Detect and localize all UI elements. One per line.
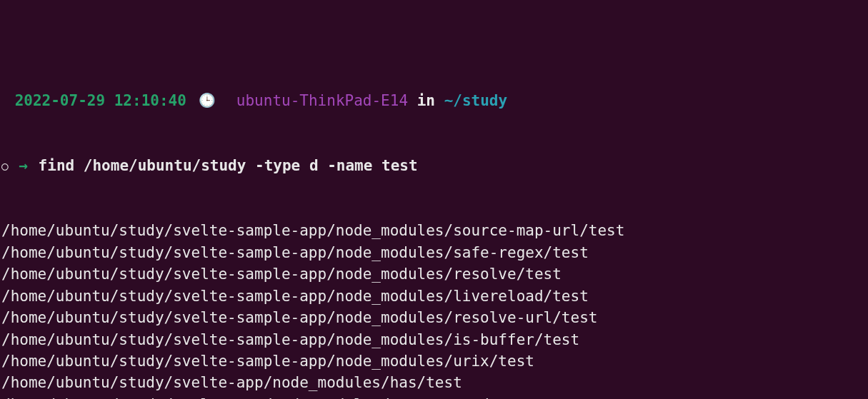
in-word: in	[417, 90, 435, 111]
output-line: /home/ubuntu/study/svelte-app/node_modul…	[0, 372, 868, 393]
output-line: /home/ubuntu/study/svelte-sample-app/nod…	[0, 329, 868, 350]
command-line[interactable]: ○ → find /home/ubuntu/study -type d -nam…	[0, 155, 868, 176]
output-line: /home/ubuntu/study/svelte-sample-app/nod…	[0, 263, 868, 285]
prompt-line: 2022-07-29 12:10:40 🕒 ubuntu-ThinkPad-E1…	[0, 90, 868, 111]
command-text: find /home/ubuntu/study -type d -name te…	[39, 155, 418, 176]
output-line: /home/ubuntu/study/svelte-sample-app/nod…	[0, 220, 868, 241]
command-output: /home/ubuntu/study/svelte-sample-app/nod…	[0, 220, 868, 399]
output-line: /home/ubuntu/study/svelte-sample-app/nod…	[0, 242, 868, 263]
timestamp: 2022-07-29 12:10:40	[0, 90, 186, 111]
prompt-circle-icon: ○	[0, 158, 9, 174]
clock-icon: 🕒	[199, 91, 216, 111]
hostname: ubuntu-ThinkPad-E14	[236, 90, 408, 111]
output-line: /home/ubuntu/study/svelte-sample-app/nod…	[0, 307, 868, 328]
output-line: /home/ubuntu/study/svelte-app/node_modul…	[0, 394, 868, 399]
prompt-arrow-icon: →	[19, 155, 28, 176]
output-line: /home/ubuntu/study/svelte-sample-app/nod…	[0, 350, 868, 372]
output-line: /home/ubuntu/study/svelte-sample-app/nod…	[0, 286, 868, 307]
cwd-path: ~/study	[444, 90, 508, 111]
